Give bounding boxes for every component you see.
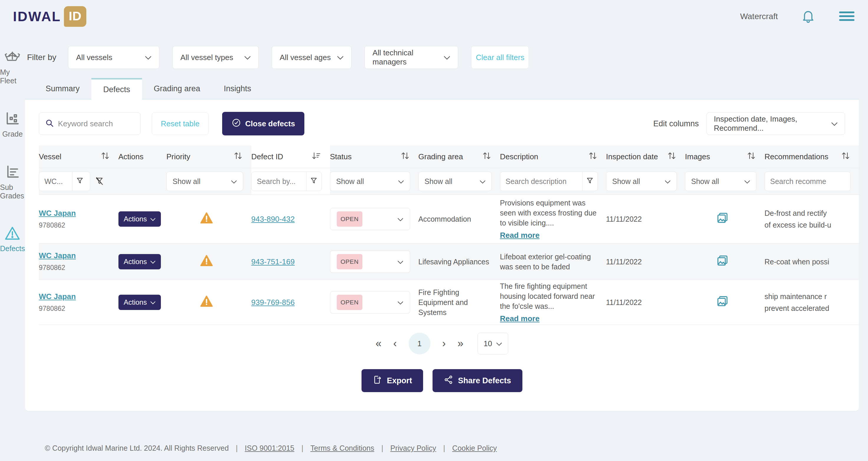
actions-button[interactable]: Actions [119, 254, 161, 269]
sort-icon[interactable] [668, 151, 676, 163]
vessel-filter-input[interactable] [39, 177, 72, 186]
read-more-link[interactable]: Read more [500, 314, 539, 324]
tab-insights[interactable]: Insights [212, 78, 263, 99]
sort-icon[interactable] [482, 151, 491, 163]
all-vessel-types-dropdown[interactable]: All vessel types [173, 46, 259, 69]
column-label: Priority [166, 152, 190, 161]
status-filter-dropdown[interactable]: Show all [330, 172, 410, 191]
top-bar: IDWAL ID Watercraft [0, 0, 868, 33]
funnel-icon [76, 177, 84, 186]
footer-link-cookie[interactable]: Cookie Policy [452, 444, 497, 453]
images-photo-icon[interactable] [716, 301, 729, 309]
column-header-images[interactable]: Images [685, 145, 765, 168]
current-page-button[interactable]: 1 [409, 333, 431, 355]
all-vessels-dropdown[interactable]: All vessels [68, 46, 159, 69]
chevron-down-icon [665, 177, 671, 186]
footer-link-privacy[interactable]: Privacy Policy [391, 444, 436, 453]
all-technical-managers-dropdown[interactable]: All technical managers [365, 46, 458, 69]
vessel-link[interactable]: WC Japan [39, 251, 76, 261]
export-button[interactable]: Export [362, 369, 424, 392]
column-header-grading-area[interactable]: Grading area [418, 145, 500, 168]
actions-button[interactable]: Actions [119, 211, 161, 227]
images-photo-icon[interactable] [716, 261, 729, 269]
defect-id-link[interactable]: 943-751-169 [251, 257, 294, 266]
reset-table-button[interactable]: Reset table [152, 112, 209, 135]
grading-area-filter-dropdown[interactable]: Show all [418, 172, 492, 191]
previous-page-button[interactable]: ‹ [393, 338, 397, 349]
vessel-cell: WC Japan 9780862 [39, 291, 119, 314]
column-header-inspection-date[interactable]: Inspection date [606, 145, 685, 168]
all-vessel-ages-dropdown[interactable]: All vessel ages [272, 46, 351, 69]
clear-all-filters-button[interactable]: Clear all filters [471, 46, 529, 69]
filter-cell-actions [119, 168, 166, 195]
close-defects-button[interactable]: Close defects [222, 112, 304, 135]
column-header-vessel[interactable]: Vessel [39, 145, 119, 168]
priority-high-warning-icon [200, 217, 213, 226]
last-page-button[interactable]: » [458, 338, 463, 349]
images-photo-icon[interactable] [716, 218, 729, 226]
read-more-link[interactable]: Read more [500, 230, 539, 240]
defect-id-link[interactable]: 943-890-432 [251, 215, 294, 224]
sidebar-item-sub-grades[interactable]: Sub Grades [0, 164, 25, 200]
sort-icon[interactable] [101, 151, 110, 163]
status-dropdown[interactable]: OPEN [330, 208, 410, 230]
status-badge: OPEN [337, 254, 363, 269]
column-header-priority[interactable]: Priority [166, 145, 251, 168]
edit-columns-dropdown[interactable]: Inspection date, Images, Recommend... [707, 112, 845, 135]
description-text: The fire fighting equipment housing loca… [500, 282, 595, 310]
footer-link-iso[interactable]: ISO 9001:2015 [245, 444, 294, 453]
defect-id-filter-funnel-button[interactable] [306, 172, 321, 191]
sort-icon[interactable] [401, 151, 409, 163]
grading-area-cell: Fire Fighting Equipment and Systems [418, 287, 500, 317]
description-filter-input[interactable] [500, 177, 582, 186]
next-page-button[interactable]: › [442, 338, 446, 349]
dropdown-value: Show all [612, 177, 640, 186]
chevron-down-icon [150, 215, 156, 223]
actions-button[interactable]: Actions [119, 295, 161, 310]
column-header-recommendations[interactable]: Recommendations [765, 145, 859, 168]
keyword-search-input[interactable] [58, 119, 134, 128]
page-size-value: 10 [484, 339, 492, 348]
sidebar-item-defects[interactable]: Defects [0, 226, 25, 253]
sort-icon[interactable] [747, 151, 756, 163]
notifications-button[interactable] [801, 9, 815, 25]
tab-defects[interactable]: Defects [91, 78, 142, 99]
tab-grading-area[interactable]: Grading area [142, 78, 212, 99]
main-menu-button[interactable] [839, 10, 855, 23]
sidebar-item-my-fleet[interactable]: My Fleet [0, 49, 25, 85]
vessel-filter-clear-button[interactable] [95, 177, 104, 186]
defect-id-link[interactable]: 939-769-856 [251, 298, 294, 307]
actions-cell: Actions [119, 295, 166, 310]
status-dropdown[interactable]: OPEN [330, 291, 410, 314]
inspection-date-cell: 11/11/2022 [606, 257, 685, 267]
sort-icon[interactable] [588, 151, 597, 163]
column-header-description[interactable]: Description [500, 145, 606, 168]
priority-filter-dropdown[interactable]: Show all [166, 172, 243, 191]
images-filter-dropdown[interactable]: Show all [685, 172, 756, 191]
tab-bar: Summary Defects Grading area Insights [25, 78, 859, 99]
status-dropdown[interactable]: OPEN [330, 251, 410, 273]
chevron-down-icon [145, 53, 151, 62]
first-page-button[interactable]: « [376, 338, 381, 349]
column-header-defect-id[interactable]: Defect ID [251, 145, 330, 168]
recommendations-filter-input[interactable] [765, 177, 850, 186]
edit-columns-label: Edit columns [653, 119, 699, 128]
sidebar-item-label: Defects [0, 244, 25, 253]
recommendations-cell: Re-coat when possi [765, 256, 859, 268]
vessel-link[interactable]: WC Japan [39, 291, 76, 301]
vessel-link[interactable]: WC Japan [39, 208, 76, 218]
inspection-date-filter-dropdown[interactable]: Show all [606, 172, 677, 191]
footer-link-terms[interactable]: Terms & Conditions [310, 444, 374, 453]
page-size-dropdown[interactable]: 10 [477, 333, 508, 355]
description-filter-funnel-button[interactable] [582, 172, 597, 191]
share-defects-button[interactable]: Share Defects [433, 369, 522, 392]
tab-summary[interactable]: Summary [34, 78, 92, 99]
vessel-filter-funnel-button[interactable] [72, 172, 88, 191]
sidebar-item-grade[interactable]: Grade [2, 111, 23, 138]
sort-descending-icon[interactable] [312, 151, 321, 163]
sort-icon[interactable] [841, 151, 850, 163]
column-header-status[interactable]: Status [330, 145, 418, 168]
defect-id-filter-input[interactable] [252, 177, 306, 186]
dropdown-value: Show all [173, 177, 200, 186]
sort-icon[interactable] [234, 151, 243, 163]
